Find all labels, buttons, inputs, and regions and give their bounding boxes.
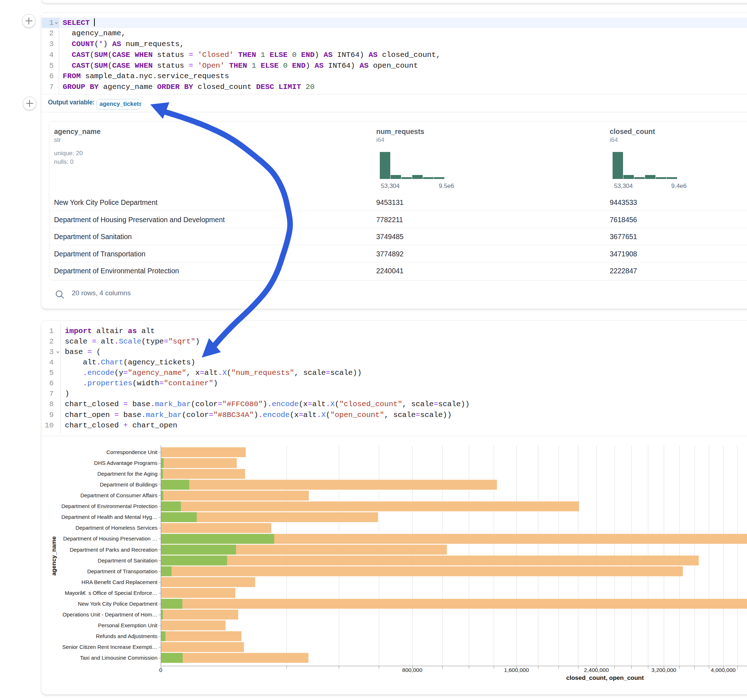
svg-text:Department of Health and Menta: Department of Health and Mental Hyg… — [61, 514, 157, 520]
svg-text:Taxi and Limousine Commission: Taxi and Limousine Commission — [80, 655, 157, 661]
svg-text:Department of Transportation: Department of Transportation — [87, 568, 157, 574]
svg-text:Operations Unit - Department o: Operations Unit - Department of Hom… — [63, 611, 157, 617]
svg-text:New York City Police Departmen: New York City Police Department — [78, 600, 158, 607]
svg-text:Department of Housing Preserva: Department of Housing Preservation … — [63, 536, 157, 542]
svg-text:800,000: 800,000 — [402, 667, 422, 673]
svg-text:3,200,000: 3,200,000 — [652, 667, 676, 673]
svg-text:Department of Buildings: Department of Buildings — [100, 481, 157, 487]
svg-text:Department of Parks and Recrea: Department of Parks and Recreation — [70, 547, 157, 553]
svg-text:Personal Exemption Unit: Personal Exemption Unit — [98, 622, 158, 628]
svg-text:Senior Citizen Rent Increase E: Senior Citizen Rent Increase Exempti… — [62, 644, 157, 650]
svg-text:Correspondence Unit: Correspondence Unit — [106, 449, 158, 455]
svg-text:Department of Homeless Service: Department of Homeless Services — [75, 525, 157, 531]
svg-text:Mayorâ€ s Office of Special En: Mayorâ€ s Office of Special Enforce… — [65, 590, 157, 596]
svg-text:Department of Consumer Affairs: Department of Consumer Affairs — [80, 492, 157, 498]
svg-text:2,400,000: 2,400,000 — [584, 667, 609, 673]
svg-text:Department of Environmental Pr: Department of Environmental Protection — [61, 503, 157, 509]
svg-text:agency_name: agency_name — [50, 536, 57, 575]
svg-text:Department of Sanitation: Department of Sanitation — [98, 557, 157, 564]
svg-text:4,000,000: 4,000,000 — [711, 667, 736, 673]
svg-text:DHS Advantage Programs: DHS Advantage Programs — [94, 460, 157, 466]
svg-text:1,600,000: 1,600,000 — [504, 667, 529, 673]
svg-text:Department for the Aging: Department for the Aging — [97, 471, 157, 477]
svg-text:closed_count, open_count: closed_count, open_count — [566, 674, 644, 681]
svg-text:0: 0 — [159, 667, 163, 673]
svg-text:HRA Benefit Card Replacement: HRA Benefit Card Replacement — [82, 579, 158, 585]
svg-text:Refunds and Adjustments: Refunds and Adjustments — [96, 633, 157, 639]
